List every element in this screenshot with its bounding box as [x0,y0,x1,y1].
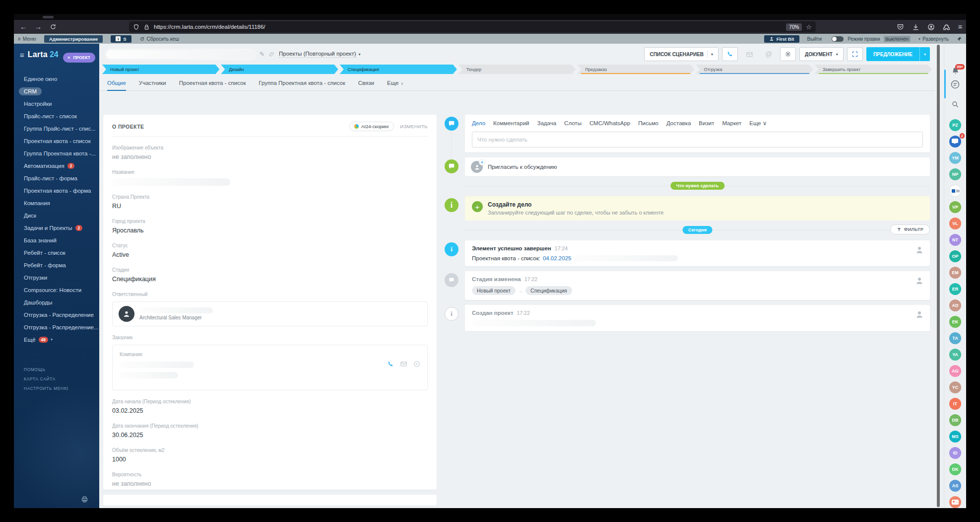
clear-cache-button[interactable]: Сбросить кеш [135,34,183,44]
pipeline-stage[interactable]: Спецификация [340,65,457,74]
sidebar-item[interactable]: Ещё 49 ▾ [14,333,99,346]
activity-tab[interactable]: Письмо [638,120,658,126]
rail-avatar[interactable]: 2 [949,136,961,148]
filter-button[interactable]: ФИЛЬТР [890,224,930,234]
address-bar[interactable]: https://crm.larta.com/crm/deal/details/1… [129,21,816,32]
pipeline-stage[interactable]: Предзаказ [577,65,694,74]
entry-author-avatar[interactable] [915,276,924,287]
pipeline-stage[interactable]: Новый проект [102,65,219,74]
sidebar-footer-link[interactable]: НАСТРОИТЬ МЕНЮ [14,383,99,393]
sidebar-item[interactable]: Прайс-лист - список [14,110,99,122]
entry-author-avatar[interactable] [915,245,924,256]
forward-button[interactable]: → [33,21,44,32]
activity-tab-more[interactable]: Еще ∨ [749,120,767,127]
rail-avatar[interactable]: NP [949,168,961,180]
downloads-icon[interactable] [912,23,919,31]
pipeline-stage[interactable]: Отгрузка [696,65,813,74]
pin-button[interactable] [953,34,966,44]
sidebar-item[interactable]: Задачи и Проекты 2 [14,222,99,234]
sidebar-item[interactable]: Настройки [14,97,99,110]
deal-title-redacted[interactable] [106,50,255,59]
lock-icon[interactable] [143,24,150,30]
phone-icon[interactable] [387,361,394,368]
entry-author-avatar[interactable] [915,310,924,321]
browser-tab[interactable] [43,16,54,18]
fullscreen-button[interactable] [847,47,863,61]
activity-tab[interactable]: Доставка [666,120,691,126]
sidebar-burger-icon[interactable]: ≡ [20,51,24,59]
page-scrollbar[interactable] [937,45,940,507]
sidebar-item[interactable]: Группа Проектная квота -... [14,147,99,159]
sidebar-item[interactable]: Дашборды [14,296,99,308]
responsible-box[interactable]: Architectural Sales Manager [112,301,428,326]
pipeline-stage[interactable]: Тендер [458,65,576,74]
document-button[interactable]: ДОКУМЕНТ▾ [799,47,844,61]
record-tab[interactable]: Связи [358,80,374,90]
edit-pencil-icon[interactable]: ✎ [260,51,264,58]
rail-avatar[interactable]: TA [949,332,961,344]
sidebar-item[interactable]: Единое окно [14,73,99,85]
admin-menu-button[interactable]: ≡Меню [14,34,40,44]
rail-avatar[interactable]: ID [949,447,961,459]
customer-box[interactable]: Компания [112,345,428,390]
rail-avatar[interactable]: EM [949,267,961,279]
activity-tab[interactable]: Визит [699,120,714,126]
chevron-down-icon[interactable]: ▾ [711,52,713,57]
rail-avatar[interactable]: DB [949,414,961,426]
sidebar-item[interactable]: Проектная квота - список [14,135,99,147]
activity-tab[interactable]: Задача [537,120,556,126]
todo-input[interactable] [472,132,923,148]
rail-avatar[interactable]: DK [949,463,961,475]
rail-avatar[interactable]: ER [949,283,961,295]
sidebar-item[interactable]: Диск [14,209,99,222]
link-icon[interactable] [269,51,275,57]
scenarios-button[interactable]: СПИСОК СЦЕНАРИЕВ▾ [644,47,719,61]
plus-icon[interactable]: + [472,201,483,212]
rail-avatar[interactable]: OP [949,250,961,262]
rail-avatar[interactable]: MS [949,431,961,443]
rail-search-button[interactable] [949,100,961,108]
chevron-down-icon[interactable]: ▾ [919,47,930,61]
account-icon[interactable] [927,23,935,31]
print-icon[interactable] [81,496,88,503]
onec-badge[interactable]: 1S [107,34,135,44]
chat-lines-icon[interactable] [413,361,420,368]
chevron-down-icon[interactable]: ▾ [359,52,361,57]
rail-avatar[interactable]: YC [949,381,961,393]
sidebar-item[interactable]: Compsource: Новости [14,284,99,296]
rail-avatar[interactable]: VL [949,218,961,229]
pipeline-stage[interactable]: Завершить проект [815,65,932,74]
sidebar-item[interactable]: Прайс-лист - форма [14,172,99,184]
rail-avatar[interactable]: VP [949,201,961,213]
rail-avatar[interactable] [949,496,961,508]
rail-avatar[interactable]: AG [949,365,961,377]
activity-tab[interactable]: Дело [472,120,485,126]
timeline-entry-created[interactable]: Создан проект 17:22 [465,305,930,331]
sidebar-item[interactable]: Проектная квота - форма [14,184,99,197]
sidebar-item[interactable]: CRM [14,85,99,97]
project-pill-button[interactable]: ✕ПРОЕКТ [63,53,95,63]
rail-avatar[interactable]: YM [949,152,961,164]
sidebar-footer-link[interactable]: КАРТА САЙТА [14,374,99,383]
sidebar-item[interactable]: Группа Прайс-лист - спис... [14,122,99,135]
rail-avatar[interactable] [949,185,961,197]
name-redacted[interactable] [112,178,230,186]
bookmark-star-icon[interactable]: ☆ [806,23,812,31]
expand-button[interactable]: ▾Развернуть [915,34,953,44]
toggle-switch-icon[interactable] [832,36,844,42]
sidebar-item[interactable]: Ребейт - список [14,246,99,259]
administration-button[interactable]: Администрирование [40,34,107,44]
sidebar-footer-link[interactable]: ПОМОЩЬ [14,365,99,374]
url-text[interactable]: https://crm.larta.com/crm/deal/details/1… [154,24,786,30]
feed-button[interactable] [949,79,961,89]
rail-avatar[interactable]: AS [949,480,961,492]
settings-button[interactable] [780,47,796,61]
sidebar-item[interactable]: База знаний [14,234,99,246]
activity-tab[interactable]: Слоты [564,120,582,126]
rail-avatar[interactable]: IT [949,398,961,410]
edit-mode-toggle[interactable]: Режим правкивыключен [826,34,915,44]
rail-avatar[interactable]: AD [949,299,961,311]
notifications-button[interactable]: 99+ [949,67,961,75]
rail-avatar[interactable]: YA [949,349,961,361]
zoom-level-badge[interactable]: 70% [786,23,802,31]
